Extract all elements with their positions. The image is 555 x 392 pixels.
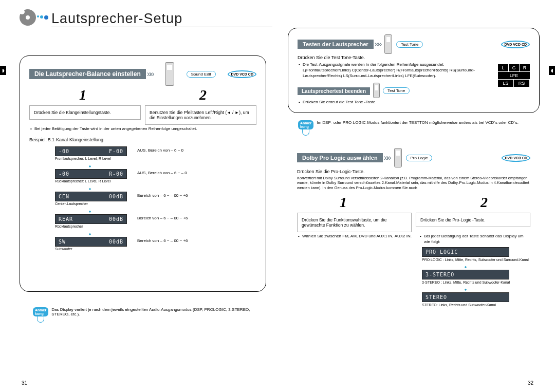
dvd-badge: DVD VCD CD <box>228 70 256 78</box>
dolby-section: Dolby Pro Logic ausw ählen »» Pro Logic … <box>288 144 540 360</box>
dvd-badge: DVD VCD CD <box>501 41 530 48</box>
range-text: Bereich von – 6 ~ – 00 ~ +6 <box>137 216 188 220</box>
down-arrow-icon: ⬥ <box>88 185 256 191</box>
remote-icon <box>373 83 380 98</box>
display-label: Rücklautsprecher: L Level, R Level <box>55 179 127 183</box>
sp-R: R <box>520 64 530 71</box>
dolby-step-num-1: 1 <box>340 194 347 211</box>
balance-title: Die Lautsprecher-Balance einstellen <box>29 69 146 79</box>
page-num-right: 32 <box>528 380 533 386</box>
sp-LFE: LFE <box>498 72 530 79</box>
balance-section: Die Lautsprecher-Balance einstellen »» S… <box>20 55 266 292</box>
step-num-1: 1 <box>79 87 86 103</box>
mode-display: PRO LOGIC <box>422 247 509 257</box>
step2-cell: Benutzen Sie die Pfeiltasten Left/Right … <box>145 105 256 125</box>
down-arrow-icon: ⬥ <box>422 264 509 269</box>
sp-C: C <box>509 64 519 71</box>
balance-note-text: Das Display variiert je nach dem jeweils… <box>51 307 259 316</box>
chevron-icon: »» <box>384 153 390 162</box>
page-left: Lautsprecher-Setup ◗ Die Lautsprecher-Ba… <box>0 0 278 392</box>
remote-icon <box>394 148 402 167</box>
disc-icon <box>15 6 51 31</box>
balance-bullet: Bei jeder Betätigung der Taste wird in d… <box>29 126 256 132</box>
mode-label: PRO LOGIC : Links, Mitte, Rechts, Subwoo… <box>422 258 530 262</box>
speaker-grid: L C R LFE LS RS <box>498 64 530 107</box>
down-arrow-icon: ⬥ <box>88 208 256 214</box>
test-title: Testen der Lautsprecher <box>298 40 374 49</box>
remote-icon <box>165 62 174 86</box>
dolby-step2: Drücken Sie die Pro-Logic -Taste. <box>416 213 530 227</box>
step1-cell: Drücken Sie die Klangeinstellungstaste. <box>29 105 141 120</box>
dolby-step-num-2: 2 <box>480 194 488 211</box>
down-arrow-icon: ⬥ <box>88 163 256 169</box>
page-right: ◖ Testen der Lautsprecher »» Test Tone D… <box>278 0 555 392</box>
side-tab-left: ◗ <box>0 66 6 75</box>
mode-label: 3-STEREO : Links, Mitte, Rechts und Subw… <box>422 281 530 284</box>
step-num-2: 2 <box>199 87 207 103</box>
pro-logic-badge: Pro Logic <box>406 155 433 161</box>
sp-RS: RS <box>514 80 529 87</box>
test-tone-badge-2: Test Tone <box>383 87 410 94</box>
mode-list: PRO LOGICPRO LOGIC : Links, Mitte, Recht… <box>422 247 530 307</box>
range-text: AUS, Bereich von – 6 ~ 0 <box>137 148 183 153</box>
sp-LS: LS <box>498 80 513 87</box>
display-box: CEN00dB <box>55 192 127 201</box>
down-arrow-icon: ⬥ <box>88 231 256 236</box>
sp-L: L <box>498 64 508 71</box>
balance-title-row: Die Lautsprecher-Balance einstellen »» <box>29 69 153 79</box>
dolby-instruction: Drücken Sie die Pro-Logic-Taste. <box>297 169 530 174</box>
test-bullet: Die Test-Ausgangssignale werden in der f… <box>298 62 493 79</box>
mode-display: STEREO <box>422 292 509 302</box>
down-arrow-icon: ⬥ <box>422 286 509 292</box>
test-tone-badge: Test Tone <box>396 41 423 48</box>
display-label: Subwoofer <box>55 247 127 251</box>
side-tab-right: ◖ <box>549 66 555 75</box>
display-box: -00F-00 <box>55 146 127 156</box>
page-title: Lautsprecher-Setup <box>51 11 182 27</box>
mode-label: STEREO: Links, Rechts und Subwoofer-Kana… <box>422 303 530 307</box>
test-section: Testen der Lautsprecher »» Test Tone DVD… <box>288 28 540 113</box>
chevron-icon: »» <box>375 40 381 49</box>
step-row: Drücken Sie die Klangeinstellungstaste. … <box>29 105 256 125</box>
example-label: Beispiel: 5.1-Kanal-Klangeinstellung <box>29 137 256 142</box>
range-text: AUS, Bereich von – 6 ~ – 0 <box>137 171 187 175</box>
display-box: SW00dB <box>55 237 127 247</box>
note-loop-icon <box>37 315 44 323</box>
dolby-step1: Drücken Sie die Funktionswahltaste, um d… <box>297 213 412 232</box>
display-label: Frontlautsprecher: L Level, R Level <box>55 157 127 160</box>
page-num-left: 31 <box>22 380 27 386</box>
title-rule <box>51 27 272 27</box>
note-loop-icon <box>302 128 309 136</box>
dvd-badge: DVD VCD CD <box>502 154 530 162</box>
mode-display: 3-STEREO <box>422 270 509 279</box>
display-list: -00F-00Frontlautsprecher: L Level, R Lev… <box>55 146 256 253</box>
sound-edit-badge: Sound Edit <box>187 71 216 78</box>
chevron-icon: »» <box>147 69 153 79</box>
end-test-text: Drücken Sie erneut die Test Tone -Taste. <box>298 100 493 105</box>
balance-note: Anmer kung Das Display variiert je nach … <box>33 307 259 323</box>
dolby-bullet2: Bei jeder Betätigung der Taste schaltet … <box>419 234 530 245</box>
display-box: -00R-00 <box>55 169 127 179</box>
dolby-desc: Konvertiert mit Dolby Surround verschlüs… <box>297 176 530 190</box>
range-text: Bereich von – 6 ~ – 00 ~ +6 <box>137 193 188 198</box>
remote-icon <box>384 34 392 54</box>
test-note-text: Im DSP- oder PRO-LOGIC-Modus funktionier… <box>317 120 519 125</box>
dolby-bullet1: Wählen Sie zwischen FM, AM, DVD und AUX1… <box>297 234 414 307</box>
display-box: REAR00dB <box>55 214 127 224</box>
display-label: Rücklautsprecher <box>55 225 127 228</box>
display-label: Center-Lautsprecher <box>55 202 127 206</box>
end-test-title: Lautsprechertest beenden <box>298 87 370 95</box>
test-instruction: Drücken Sie die Test Tone-Taste. <box>298 55 493 60</box>
range-text: Bereich von – 6 ~ – 00 ~ +6 <box>137 238 188 243</box>
test-note: Anmer kung Im DSP- oder PRO-LOGIC-Modus … <box>298 120 524 136</box>
dolby-title: Dolby Pro Logic ausw ählen <box>297 153 383 162</box>
